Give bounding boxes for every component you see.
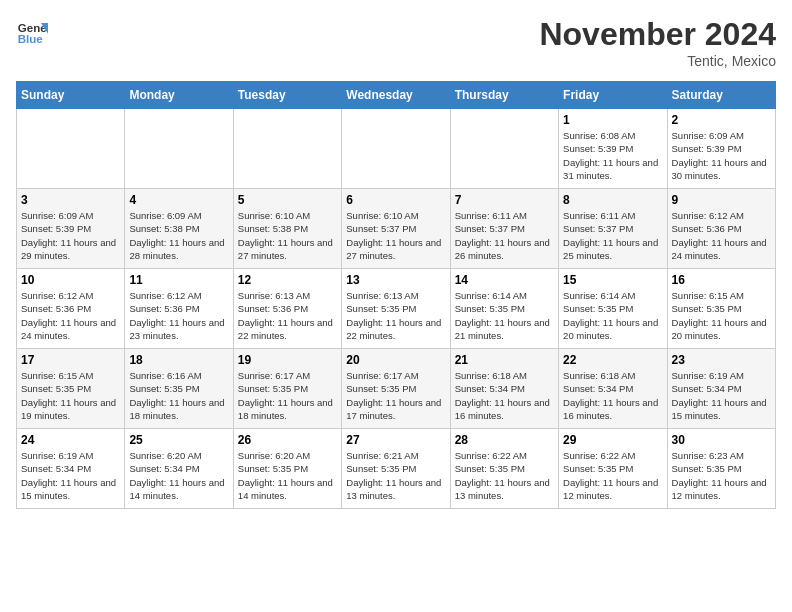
day-detail: Sunrise: 6:12 AM Sunset: 5:36 PM Dayligh… — [672, 209, 771, 262]
day-detail: Sunrise: 6:12 AM Sunset: 5:36 PM Dayligh… — [129, 289, 228, 342]
day-number: 21 — [455, 353, 554, 367]
day-detail: Sunrise: 6:11 AM Sunset: 5:37 PM Dayligh… — [563, 209, 662, 262]
calendar-cell: 12Sunrise: 6:13 AM Sunset: 5:36 PM Dayli… — [233, 269, 341, 349]
calendar-week-2: 3Sunrise: 6:09 AM Sunset: 5:39 PM Daylig… — [17, 189, 776, 269]
day-number: 8 — [563, 193, 662, 207]
day-number: 3 — [21, 193, 120, 207]
day-detail: Sunrise: 6:12 AM Sunset: 5:36 PM Dayligh… — [21, 289, 120, 342]
calendar-cell: 29Sunrise: 6:22 AM Sunset: 5:35 PM Dayli… — [559, 429, 667, 509]
day-detail: Sunrise: 6:19 AM Sunset: 5:34 PM Dayligh… — [672, 369, 771, 422]
day-number: 10 — [21, 273, 120, 287]
calendar-week-5: 24Sunrise: 6:19 AM Sunset: 5:34 PM Dayli… — [17, 429, 776, 509]
calendar-header-row: SundayMondayTuesdayWednesdayThursdayFrid… — [17, 82, 776, 109]
calendar-cell: 11Sunrise: 6:12 AM Sunset: 5:36 PM Dayli… — [125, 269, 233, 349]
calendar-cell: 1Sunrise: 6:08 AM Sunset: 5:39 PM Daylig… — [559, 109, 667, 189]
column-header-wednesday: Wednesday — [342, 82, 450, 109]
day-number: 28 — [455, 433, 554, 447]
calendar-cell: 18Sunrise: 6:16 AM Sunset: 5:35 PM Dayli… — [125, 349, 233, 429]
day-number: 30 — [672, 433, 771, 447]
day-detail: Sunrise: 6:21 AM Sunset: 5:35 PM Dayligh… — [346, 449, 445, 502]
column-header-friday: Friday — [559, 82, 667, 109]
calendar-cell: 17Sunrise: 6:15 AM Sunset: 5:35 PM Dayli… — [17, 349, 125, 429]
calendar-cell: 5Sunrise: 6:10 AM Sunset: 5:38 PM Daylig… — [233, 189, 341, 269]
column-header-thursday: Thursday — [450, 82, 558, 109]
calendar-cell: 20Sunrise: 6:17 AM Sunset: 5:35 PM Dayli… — [342, 349, 450, 429]
calendar-cell: 22Sunrise: 6:18 AM Sunset: 5:34 PM Dayli… — [559, 349, 667, 429]
day-number: 25 — [129, 433, 228, 447]
calendar-cell: 2Sunrise: 6:09 AM Sunset: 5:39 PM Daylig… — [667, 109, 775, 189]
column-header-saturday: Saturday — [667, 82, 775, 109]
day-detail: Sunrise: 6:14 AM Sunset: 5:35 PM Dayligh… — [455, 289, 554, 342]
calendar-cell: 10Sunrise: 6:12 AM Sunset: 5:36 PM Dayli… — [17, 269, 125, 349]
day-detail: Sunrise: 6:13 AM Sunset: 5:36 PM Dayligh… — [238, 289, 337, 342]
day-number: 13 — [346, 273, 445, 287]
day-detail: Sunrise: 6:19 AM Sunset: 5:34 PM Dayligh… — [21, 449, 120, 502]
calendar-cell: 9Sunrise: 6:12 AM Sunset: 5:36 PM Daylig… — [667, 189, 775, 269]
day-number: 11 — [129, 273, 228, 287]
day-detail: Sunrise: 6:16 AM Sunset: 5:35 PM Dayligh… — [129, 369, 228, 422]
day-detail: Sunrise: 6:15 AM Sunset: 5:35 PM Dayligh… — [21, 369, 120, 422]
column-header-tuesday: Tuesday — [233, 82, 341, 109]
calendar-cell: 25Sunrise: 6:20 AM Sunset: 5:34 PM Dayli… — [125, 429, 233, 509]
day-detail: Sunrise: 6:14 AM Sunset: 5:35 PM Dayligh… — [563, 289, 662, 342]
day-detail: Sunrise: 6:09 AM Sunset: 5:39 PM Dayligh… — [21, 209, 120, 262]
day-detail: Sunrise: 6:20 AM Sunset: 5:34 PM Dayligh… — [129, 449, 228, 502]
day-number: 2 — [672, 113, 771, 127]
calendar-cell: 13Sunrise: 6:13 AM Sunset: 5:35 PM Dayli… — [342, 269, 450, 349]
day-number: 14 — [455, 273, 554, 287]
day-detail: Sunrise: 6:15 AM Sunset: 5:35 PM Dayligh… — [672, 289, 771, 342]
day-number: 23 — [672, 353, 771, 367]
calendar-week-4: 17Sunrise: 6:15 AM Sunset: 5:35 PM Dayli… — [17, 349, 776, 429]
day-number: 4 — [129, 193, 228, 207]
month-title: November 2024 — [539, 16, 776, 53]
day-detail: Sunrise: 6:09 AM Sunset: 5:38 PM Dayligh… — [129, 209, 228, 262]
calendar-cell — [233, 109, 341, 189]
day-detail: Sunrise: 6:22 AM Sunset: 5:35 PM Dayligh… — [455, 449, 554, 502]
day-number: 19 — [238, 353, 337, 367]
day-detail: Sunrise: 6:10 AM Sunset: 5:37 PM Dayligh… — [346, 209, 445, 262]
day-number: 12 — [238, 273, 337, 287]
day-number: 29 — [563, 433, 662, 447]
day-number: 17 — [21, 353, 120, 367]
page-header: General Blue November 2024 Tentic, Mexic… — [16, 16, 776, 69]
logo-icon: General Blue — [16, 16, 48, 48]
day-number: 9 — [672, 193, 771, 207]
calendar-cell: 23Sunrise: 6:19 AM Sunset: 5:34 PM Dayli… — [667, 349, 775, 429]
calendar-cell — [450, 109, 558, 189]
calendar-cell — [17, 109, 125, 189]
calendar-week-1: 1Sunrise: 6:08 AM Sunset: 5:39 PM Daylig… — [17, 109, 776, 189]
calendar-cell: 30Sunrise: 6:23 AM Sunset: 5:35 PM Dayli… — [667, 429, 775, 509]
svg-text:Blue: Blue — [18, 33, 44, 45]
column-header-monday: Monday — [125, 82, 233, 109]
calendar-cell — [342, 109, 450, 189]
day-number: 20 — [346, 353, 445, 367]
day-number: 24 — [21, 433, 120, 447]
calendar-cell: 24Sunrise: 6:19 AM Sunset: 5:34 PM Dayli… — [17, 429, 125, 509]
day-number: 6 — [346, 193, 445, 207]
day-number: 1 — [563, 113, 662, 127]
calendar-cell: 4Sunrise: 6:09 AM Sunset: 5:38 PM Daylig… — [125, 189, 233, 269]
calendar-cell: 27Sunrise: 6:21 AM Sunset: 5:35 PM Dayli… — [342, 429, 450, 509]
day-number: 5 — [238, 193, 337, 207]
calendar-cell: 14Sunrise: 6:14 AM Sunset: 5:35 PM Dayli… — [450, 269, 558, 349]
day-detail: Sunrise: 6:13 AM Sunset: 5:35 PM Dayligh… — [346, 289, 445, 342]
day-detail: Sunrise: 6:18 AM Sunset: 5:34 PM Dayligh… — [563, 369, 662, 422]
calendar-cell: 21Sunrise: 6:18 AM Sunset: 5:34 PM Dayli… — [450, 349, 558, 429]
day-number: 26 — [238, 433, 337, 447]
column-header-sunday: Sunday — [17, 82, 125, 109]
calendar-cell: 15Sunrise: 6:14 AM Sunset: 5:35 PM Dayli… — [559, 269, 667, 349]
calendar-cell — [125, 109, 233, 189]
title-block: November 2024 Tentic, Mexico — [539, 16, 776, 69]
day-detail: Sunrise: 6:11 AM Sunset: 5:37 PM Dayligh… — [455, 209, 554, 262]
day-detail: Sunrise: 6:09 AM Sunset: 5:39 PM Dayligh… — [672, 129, 771, 182]
day-number: 18 — [129, 353, 228, 367]
day-detail: Sunrise: 6:08 AM Sunset: 5:39 PM Dayligh… — [563, 129, 662, 182]
calendar-cell: 3Sunrise: 6:09 AM Sunset: 5:39 PM Daylig… — [17, 189, 125, 269]
calendar-table: SundayMondayTuesdayWednesdayThursdayFrid… — [16, 81, 776, 509]
day-detail: Sunrise: 6:23 AM Sunset: 5:35 PM Dayligh… — [672, 449, 771, 502]
calendar-cell: 6Sunrise: 6:10 AM Sunset: 5:37 PM Daylig… — [342, 189, 450, 269]
day-number: 27 — [346, 433, 445, 447]
calendar-cell: 26Sunrise: 6:20 AM Sunset: 5:35 PM Dayli… — [233, 429, 341, 509]
day-number: 15 — [563, 273, 662, 287]
calendar-cell: 28Sunrise: 6:22 AM Sunset: 5:35 PM Dayli… — [450, 429, 558, 509]
